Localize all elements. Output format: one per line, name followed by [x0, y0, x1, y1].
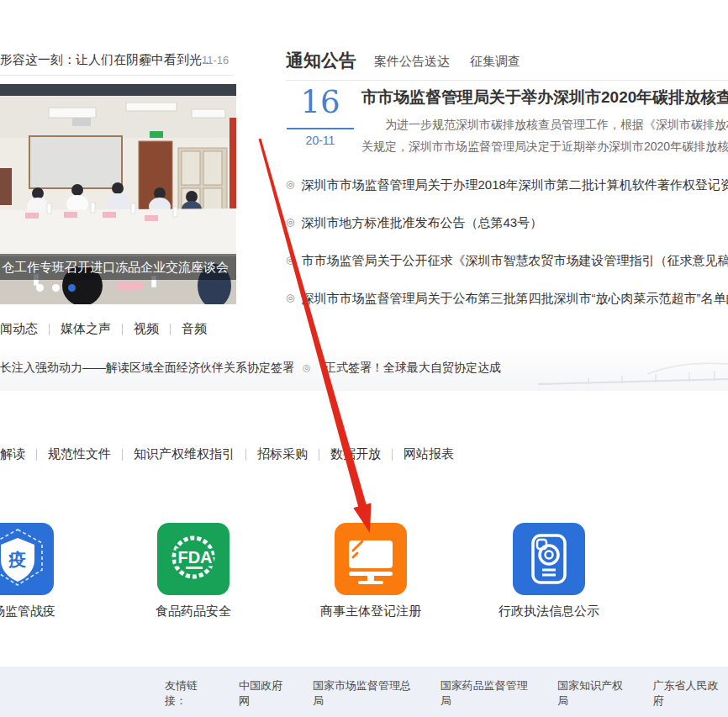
media-nav: 闻动态 媒体之声 视频 音频 [0, 321, 218, 337]
list-bullet-icon: ◎ [286, 291, 294, 305]
top-news-date: 11-16 [202, 54, 229, 66]
featured-notice-title[interactable]: 市市场监督管理局关于举办深圳市2020年碳排放核查员专业知 [361, 87, 728, 108]
footer-link-gov-cn[interactable]: 中国政府网 [239, 678, 293, 709]
quick-service-label: 食品药品安全 [156, 604, 231, 619]
services-nav: 解读 规范性文件 知识产权维权指引 招标采购 数据开放 网站报表 [0, 446, 465, 462]
footer-link-samr[interactable]: 国家市场监督管理总局 [313, 678, 420, 709]
quick-service-law-enforcement-disclosure[interactable]: 行政执法信息公示 [513, 523, 585, 595]
notice-item-text: 深圳市市场监督管理局关于办理2018年深圳市第二批计算机软件著作权登记资助领 [301, 177, 728, 192]
quick-service-label: 市场监管战疫 [0, 604, 55, 619]
media-nav-item-media-voice[interactable]: 媒体之声 [50, 321, 122, 337]
notice-list-item[interactable]: ◎ 深圳市地方标准批准发布公告（总第43号） [286, 215, 728, 229]
list-bullet-icon: ◎ [286, 253, 294, 267]
shield-epidemic-icon: 疫 [0, 523, 54, 595]
services-nav-item-ip-rights-guide[interactable]: 知识产权维权指引 [123, 446, 245, 462]
featured-date-yearmonth: 20-11 [286, 134, 355, 147]
list-bullet-icon: ◎ [286, 215, 294, 229]
quick-service-epidemic[interactable]: 疫 市场监管战疫 [0, 523, 54, 595]
tab-case-announcements[interactable]: 案件公告送达 [374, 54, 450, 70]
list-bullet-icon: ◎ [286, 177, 294, 192]
notice-list-item[interactable]: ◎ 深圳市市场监督管理局关于公布第三批第四批深圳市“放心肉菜示范超市”名单的..… [286, 291, 728, 305]
quick-service-business-registration[interactable]: 商事主体登记注册 [335, 523, 407, 595]
camera-intercom-icon [513, 523, 585, 595]
news-carousel[interactable]: 仓工作专班召开进口冻品企业交流座谈会 [0, 84, 236, 304]
left-column-divider [0, 75, 234, 76]
news-ticker-band: 长注入强劲动力——解读区域全面经济伙伴关系协定签署 ◎ 正式签署！全球最大自贸协… [0, 349, 728, 391]
notice-item-text: 深圳市市场监督管理局关于公布第三批第四批深圳市“放心肉菜示范超市”名单的... [301, 291, 728, 305]
services-nav-item-normative-docs[interactable]: 规范性文件 [37, 446, 122, 462]
notice-item-text: 市市场监管局关于公开征求《深圳市智慧农贸市场建设管理指引（征求意见稿）》... [301, 253, 728, 267]
notice-tabs: 案件公告送达 征集调查 [374, 54, 520, 70]
ticker-bullet-icon: ◎ [303, 362, 311, 373]
services-nav-item-bidding[interactable]: 招标采购 [246, 446, 319, 462]
footer: 友情链接： 中国政府网 国家市场监督管理总局 国家药品监督管理局 国家知识产权局… [0, 667, 728, 717]
notice-item-text: 深圳市地方标准批准发布公告（总第43号） [301, 215, 542, 229]
footer-link-cnipa[interactable]: 国家知识产权局 [557, 678, 633, 709]
featured-date-day: 16 [286, 84, 355, 120]
monitor-icon [335, 523, 407, 595]
ticker-headline-1[interactable]: 长注入强劲动力——解读区域全面经济伙伴关系协定签署 [0, 361, 294, 376]
media-nav-item-audio[interactable]: 音频 [171, 321, 218, 337]
notice-board-title: 通知公告 [286, 49, 356, 72]
carousel-dots [36, 284, 76, 292]
quick-service-label: 行政执法信息公示 [499, 604, 599, 619]
quick-service-food-drug-safety[interactable]: FDA 食品药品安全 [157, 523, 229, 595]
carousel-dot-2[interactable] [52, 284, 60, 292]
notice-list-item[interactable]: ◎ 深圳市市场监督管理局关于办理2018年深圳市第二批计算机软件著作权登记资助领 [286, 177, 728, 192]
services-nav-item-open-data[interactable]: 数据开放 [319, 446, 392, 462]
services-nav-item-interpretation[interactable]: 解读 [0, 446, 36, 462]
carousel-dot-3-active[interactable] [68, 284, 76, 292]
svg-text:疫: 疫 [8, 550, 27, 569]
ticker-headline-2[interactable]: 正式签署！全球最大自贸协定达成 [324, 361, 501, 376]
friendly-links-label: 友情链接： [165, 678, 219, 709]
svg-text:FDA: FDA [177, 548, 212, 567]
carousel-caption: 仓工作专班召开进口冻品企业交流座谈会 [0, 254, 236, 280]
fda-emblem-icon: FDA [157, 523, 229, 595]
featured-notice-body-line2: 关规定，深圳市市场监督管理局决定于近期举办深圳市2020年碳排放核查员专业知 [361, 140, 728, 155]
footer-link-nmpa[interactable]: 国家药品监督管理局 [440, 678, 537, 709]
media-nav-item-dongtai[interactable]: 闻动态 [0, 321, 49, 337]
top-news-headline[interactable]: 形容这一刻：让人们在阴霾中看到光... [0, 52, 213, 68]
carousel-dot-1[interactable] [36, 284, 44, 292]
media-nav-item-video[interactable]: 视频 [123, 321, 170, 337]
quick-service-label: 商事主体登记注册 [320, 604, 421, 619]
notice-list: ◎ 深圳市市场监督管理局关于办理2018年深圳市第二批计算机软件著作权登记资助领… [286, 177, 728, 329]
portal-page: 形容这一刻：让人们在阴霾中看到光... 11-16 [0, 0, 728, 717]
tab-solicitation-survey[interactable]: 征集调查 [470, 54, 520, 70]
featured-date-underline [287, 128, 354, 129]
notice-divider [286, 80, 728, 81]
services-nav-item-site-reports[interactable]: 网站报表 [393, 446, 465, 462]
featured-notice-body-line1: 为进一步规范深圳市碳排放核查员管理工作，根据《深圳市碳排放权交易管理 [361, 118, 728, 133]
footer-link-gd-gov[interactable]: 广东省人民政府 [652, 678, 728, 709]
notice-list-item[interactable]: ◎ 市市场监管局关于公开征求《深圳市智慧农贸市场建设管理指引（征求意见稿）》..… [286, 253, 728, 267]
